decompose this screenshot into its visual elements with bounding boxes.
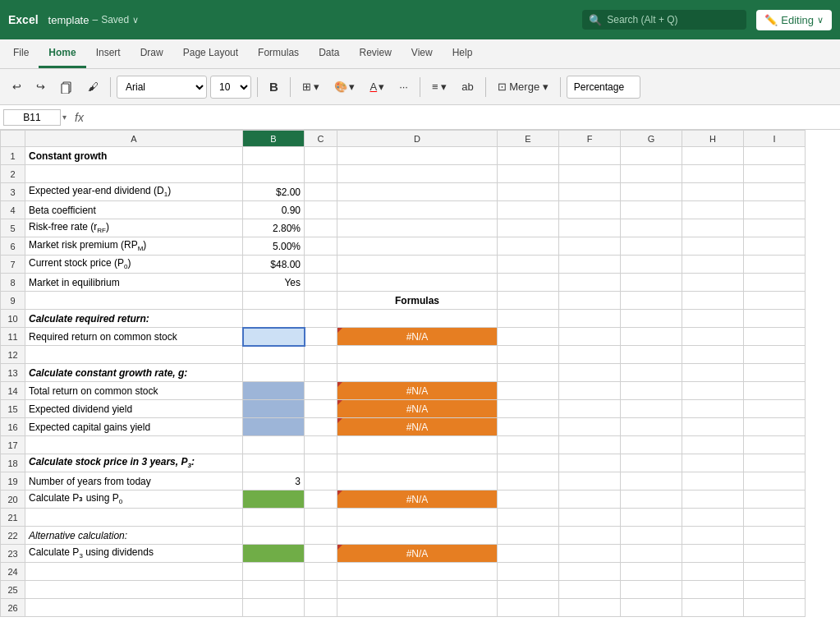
cell-B17[interactable] — [243, 436, 305, 454]
cell-H4[interactable] — [682, 201, 744, 219]
font-size-selector[interactable]: 10 — [210, 76, 251, 99]
cell-D2[interactable] — [337, 165, 498, 183]
cell-G1[interactable] — [621, 147, 682, 165]
cell-C1[interactable] — [305, 147, 337, 165]
cell-E2[interactable] — [498, 165, 559, 183]
wrap-button[interactable]: ab — [456, 77, 479, 96]
cell-B4[interactable]: 0.90 — [243, 201, 305, 219]
cell-H20[interactable] — [682, 491, 744, 509]
cell-D5[interactable] — [337, 219, 498, 237]
cell-G18[interactable] — [621, 454, 682, 472]
cell-C25[interactable] — [305, 581, 337, 599]
cell-C18[interactable] — [305, 454, 337, 472]
col-header-F[interactable]: F — [559, 131, 621, 147]
cell-A17[interactable] — [25, 436, 243, 454]
cell-C5[interactable] — [305, 219, 337, 237]
cell-C11[interactable] — [305, 328, 337, 346]
cell-B1[interactable] — [243, 147, 305, 165]
cell-D25[interactable] — [337, 581, 498, 599]
cell-C22[interactable] — [305, 527, 337, 545]
cell-C4[interactable] — [305, 201, 337, 219]
row-header-11[interactable]: 11 — [1, 328, 25, 346]
cell-F6[interactable] — [559, 237, 621, 256]
cell-H18[interactable] — [682, 454, 744, 472]
cell-I17[interactable] — [744, 436, 806, 454]
tab-formulas[interactable]: Formulas — [248, 39, 309, 68]
cell-F22[interactable] — [559, 527, 621, 545]
cell-I3[interactable] — [744, 183, 806, 201]
cell-E24[interactable] — [498, 563, 559, 581]
cell-I2[interactable] — [744, 165, 806, 183]
cell-E15[interactable] — [498, 400, 559, 418]
redo-button[interactable]: ↪ — [30, 77, 51, 96]
cell-F21[interactable] — [559, 509, 621, 527]
cell-C23[interactable] — [305, 545, 337, 563]
cell-F9[interactable] — [559, 292, 621, 310]
cell-G12[interactable] — [621, 346, 682, 364]
row-header-1[interactable]: 1 — [1, 147, 25, 165]
row-header-26[interactable]: 26 — [1, 599, 25, 617]
cell-C21[interactable] — [305, 509, 337, 527]
row-header-16[interactable]: 16 — [1, 418, 25, 436]
cell-F15[interactable] — [559, 400, 621, 418]
col-header-C[interactable]: C — [305, 131, 337, 147]
cell-D19[interactable] — [337, 472, 498, 491]
cell-C3[interactable] — [305, 183, 337, 201]
cell-F2[interactable] — [559, 165, 621, 183]
cell-C10[interactable] — [305, 310, 337, 328]
row-header-8[interactable]: 8 — [1, 274, 25, 292]
cell-B8[interactable]: Yes — [243, 274, 305, 292]
cell-G17[interactable] — [621, 436, 682, 454]
cell-G5[interactable] — [621, 219, 682, 237]
undo-button[interactable]: ↩ — [7, 77, 27, 96]
more-button[interactable]: ··· — [393, 77, 414, 96]
cell-A9[interactable] — [25, 292, 243, 310]
cell-I14[interactable] — [744, 382, 806, 400]
cell-E25[interactable] — [498, 581, 559, 599]
cell-I25[interactable] — [744, 581, 806, 599]
row-header-10[interactable]: 10 — [1, 310, 25, 328]
cell-A18[interactable]: Calculate stock price in 3 years, P3: — [25, 454, 243, 472]
cell-E21[interactable] — [498, 509, 559, 527]
cell-G8[interactable] — [621, 274, 682, 292]
cell-B21[interactable] — [243, 509, 305, 527]
cell-D18[interactable] — [337, 454, 498, 472]
cell-D16[interactable]: #N/A — [337, 418, 498, 436]
cell-C14[interactable] — [305, 382, 337, 400]
cell-G13[interactable] — [621, 364, 682, 382]
align-button[interactable]: ≡ ▾ — [426, 77, 452, 96]
cell-A2[interactable] — [25, 165, 243, 183]
cell-H7[interactable] — [682, 256, 744, 274]
cell-A26[interactable] — [25, 599, 243, 617]
cell-I24[interactable] — [744, 563, 806, 581]
cell-I10[interactable] — [744, 310, 806, 328]
cell-G20[interactable] — [621, 491, 682, 509]
row-header-21[interactable]: 21 — [1, 509, 25, 527]
cell-A25[interactable] — [25, 581, 243, 599]
cell-E20[interactable] — [498, 491, 559, 509]
cell-F14[interactable] — [559, 382, 621, 400]
cell-H26[interactable] — [682, 599, 744, 617]
cell-H16[interactable] — [682, 418, 744, 436]
cell-G21[interactable] — [621, 509, 682, 527]
cell-G16[interactable] — [621, 418, 682, 436]
cell-D13[interactable] — [337, 364, 498, 382]
cell-F26[interactable] — [559, 599, 621, 617]
row-header-20[interactable]: 20 — [1, 491, 25, 509]
cell-H21[interactable] — [682, 509, 744, 527]
cell-A19[interactable]: Number of years from today — [25, 472, 243, 491]
cell-A20[interactable]: Calculate P₃ using P0 — [25, 491, 243, 509]
cell-E16[interactable] — [498, 418, 559, 436]
tab-help[interactable]: Help — [443, 39, 483, 68]
cell-A14[interactable]: Total return on common stock — [25, 382, 243, 400]
cell-H24[interactable] — [682, 563, 744, 581]
cell-E13[interactable] — [498, 364, 559, 382]
cell-A22[interactable]: Alternative calculation: — [25, 527, 243, 545]
cell-I4[interactable] — [744, 201, 806, 219]
cell-G25[interactable] — [621, 581, 682, 599]
cell-I18[interactable] — [744, 454, 806, 472]
cell-E10[interactable] — [498, 310, 559, 328]
cell-I20[interactable] — [744, 491, 806, 509]
cell-I15[interactable] — [744, 400, 806, 418]
cell-E18[interactable] — [498, 454, 559, 472]
